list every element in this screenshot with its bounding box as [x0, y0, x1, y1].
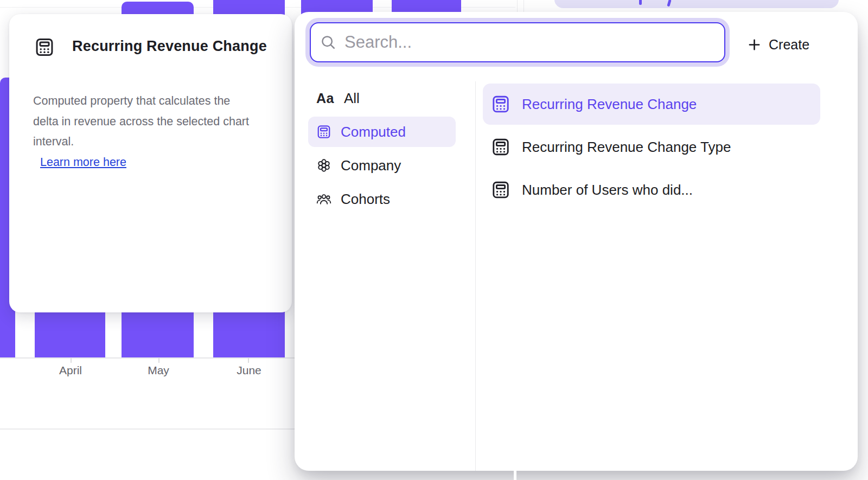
calculator-icon: [316, 124, 331, 139]
category-item-computed[interactable]: Computed: [308, 117, 456, 147]
property-tooltip-card: Recurring Revenue Change Computed proper…: [9, 14, 292, 312]
category-label: Computed: [341, 124, 406, 140]
partial-text-mark: [639, 0, 642, 5]
description-line: Computed property that calculates the: [33, 91, 283, 112]
calculator-icon: [491, 180, 510, 200]
company-icon: [316, 158, 331, 173]
category-label: Company: [341, 157, 401, 174]
panel-gap: [514, 471, 516, 480]
search-box[interactable]: [310, 22, 725, 62]
x-axis-label: June: [216, 364, 282, 377]
category-item-company[interactable]: Company: [308, 150, 456, 181]
x-axis-tick: [71, 358, 72, 363]
property-picker-modal: Create Aa All Computed Company Cohorts R…: [295, 12, 858, 471]
tooltip-description: Computed property that calculates the de…: [33, 91, 283, 172]
result-item-recurring-revenue-change-type[interactable]: Recurring Revenue Change Type: [483, 126, 820, 168]
section-divider-line: [0, 428, 295, 430]
search-input[interactable]: [344, 33, 715, 52]
description-line: interval.Learn more here: [33, 132, 283, 172]
category-item-cohorts[interactable]: Cohorts: [308, 184, 456, 214]
result-label: Number of Users who did...: [522, 182, 693, 199]
search-icon: [320, 34, 336, 50]
category-list: Aa All Computed Company Cohorts: [308, 83, 456, 217]
category-label: All: [344, 90, 360, 107]
category-label: Cohorts: [341, 191, 390, 208]
result-item-recurring-revenue-change[interactable]: Recurring Revenue Change: [483, 84, 820, 125]
create-button-label: Create: [769, 37, 809, 53]
x-axis-label: May: [126, 364, 191, 377]
x-axis-tick: [158, 358, 159, 363]
description-line: delta in revenue across the selected cha…: [33, 112, 283, 132]
result-item-number-of-users-who-did[interactable]: Number of Users who did...: [483, 169, 820, 210]
category-item-all[interactable]: Aa All: [308, 83, 456, 113]
cohorts-icon: [316, 191, 331, 207]
calculator-icon: [491, 137, 510, 157]
result-label: Recurring Revenue Change: [522, 96, 697, 113]
x-axis-label: April: [38, 364, 103, 377]
x-axis-tick: [248, 358, 249, 363]
tooltip-title: Recurring Revenue Change: [72, 38, 267, 55]
search-focus-ring: [305, 18, 730, 67]
result-label: Recurring Revenue Change Type: [522, 139, 731, 156]
learn-more-link[interactable]: Learn more here: [40, 156, 126, 169]
modal-divider: [475, 81, 476, 471]
property-result-list: Recurring Revenue Change Recurring Reven…: [483, 84, 820, 212]
cut-off-chart-tooltip: [554, 0, 839, 8]
text-aa-icon: Aa: [316, 91, 335, 106]
partial-text-mark: [667, 0, 671, 7]
plus-icon: [747, 37, 762, 52]
calculator-icon: [491, 94, 510, 114]
calculator-icon: [34, 37, 55, 57]
create-button[interactable]: Create: [747, 30, 809, 59]
